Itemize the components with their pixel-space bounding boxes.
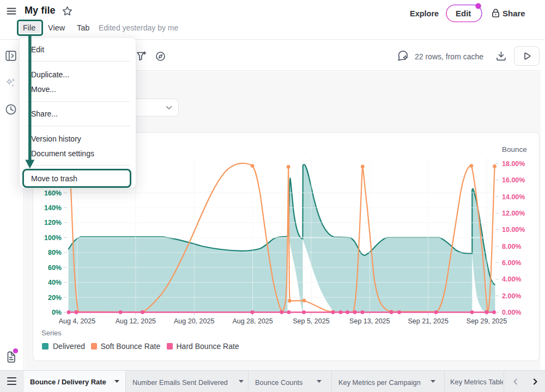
svg-text:40%: 40% [48,279,62,286]
svg-text:Aug 20, 2025: Aug 20, 2025 [174,317,214,325]
svg-text:Aug 28, 2025: Aug 28, 2025 [232,317,272,325]
svg-text:Sep 21, 2025: Sep 21, 2025 [408,317,449,325]
svg-text:Aug 12, 2025: Aug 12, 2025 [116,317,156,325]
svg-text:Sep 13, 2025: Sep 13, 2025 [349,317,390,325]
svg-text:20%: 20% [48,294,62,302]
svg-text:14.00%: 14.00% [502,193,525,201]
svg-text:6.00%: 6.00% [502,259,521,267]
svg-text:160%: 160% [44,189,62,197]
svg-text:Aug 4, 2025: Aug 4, 2025 [59,317,95,325]
svg-text:60%: 60% [48,264,62,272]
svg-text:100%: 100% [44,234,62,242]
svg-text:10.00%: 10.00% [502,226,525,234]
svg-text:0.00%: 0.00% [502,309,521,316]
svg-text:12.00%: 12.00% [502,210,525,217]
svg-text:8.00%: 8.00% [502,243,521,250]
svg-text:18.00%: 18.00% [502,160,525,168]
svg-text:4.00%: 4.00% [502,275,521,283]
svg-text:120%: 120% [44,219,62,226]
svg-text:Sep 29, 2025: Sep 29, 2025 [467,317,507,325]
svg-text:80%: 80% [48,249,62,256]
svg-text:0%: 0% [52,309,62,316]
svg-text:2.00%: 2.00% [502,292,521,300]
svg-text:140%: 140% [44,204,62,212]
svg-text:Sep 5, 2025: Sep 5, 2025 [293,317,329,325]
svg-text:16.00%: 16.00% [502,176,525,184]
